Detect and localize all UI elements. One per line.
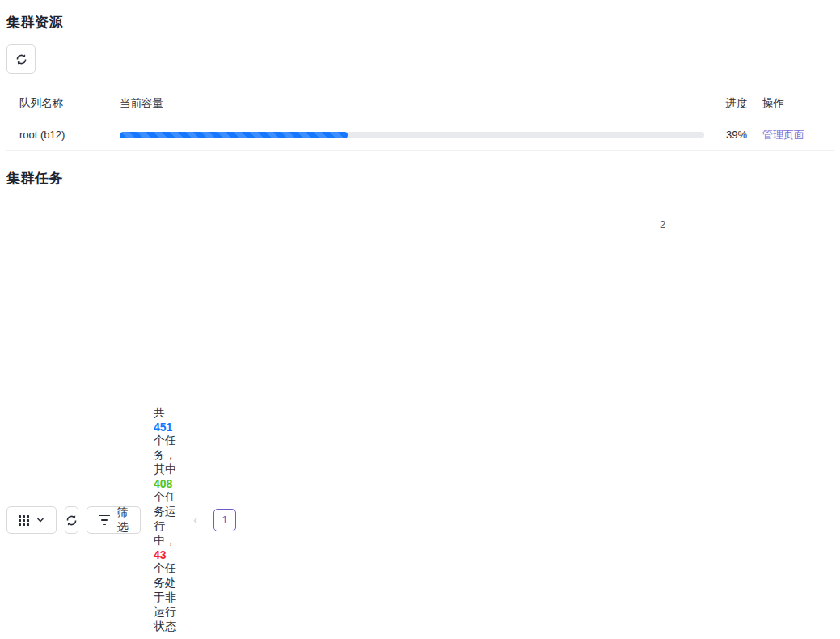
cluster-resources-title: 集群资源 [6,13,834,32]
progress-value: 39% [711,129,762,141]
filter-button-label: 筛选 [116,506,129,535]
page-item[interactable]: 1 [213,509,236,531]
refresh-icon [15,53,27,66]
filter-lines-icon [99,515,110,526]
queue-name: root (b12) [6,129,120,141]
page-item[interactable]: 2 [243,201,840,639]
refresh-icon [65,514,78,527]
capacity-progress-fill [120,132,348,138]
running-task-count: 408 [154,477,172,490]
col-progress: 进度 [711,96,762,111]
grid-icon [19,515,29,526]
page-items: 1 2 3 ··· 46 [213,201,840,639]
total-task-count: 451 [154,421,172,434]
resource-row: root (b12) 39% 管理页面 [6,119,834,151]
nonrunning-task-count: 43 [154,548,167,561]
tasks-refresh-button[interactable] [65,506,78,534]
cluster-tasks-title: 集群任务 [6,169,834,188]
column-settings-button[interactable] [6,506,57,534]
col-queue-name: 队列名称 [6,96,120,111]
chevron-down-icon [36,516,44,524]
filter-button[interactable]: 筛选 [87,506,141,534]
col-resource-action: 操作 [762,96,834,111]
prev-page-button[interactable]: ‹ [184,509,207,531]
resources-table: 队列名称 当前容量 进度 操作 root (b12) 39% 管理页面 [6,88,834,151]
col-current-capacity: 当前容量 [120,96,711,111]
manage-page-link[interactable]: 管理页面 [762,129,804,141]
page: 集群资源 队列名称 当前容量 进度 操作 root (b12) 39% [0,0,840,639]
task-count-summary: 共 451 个任务，其中 408 个任务运行中，43 个任务处于非运行状态 [154,406,176,634]
pagination-top: ‹ 1 2 3 ··· 46 › 10条/页 [184,201,840,639]
tasks-toolbar: 筛选 共 451 个任务，其中 408 个任务运行中，43 个任务处于非运行状态… [6,201,834,639]
resources-refresh-button[interactable] [6,44,36,74]
resources-table-header: 队列名称 当前容量 进度 操作 [6,88,834,119]
capacity-progress-bar [120,132,704,138]
